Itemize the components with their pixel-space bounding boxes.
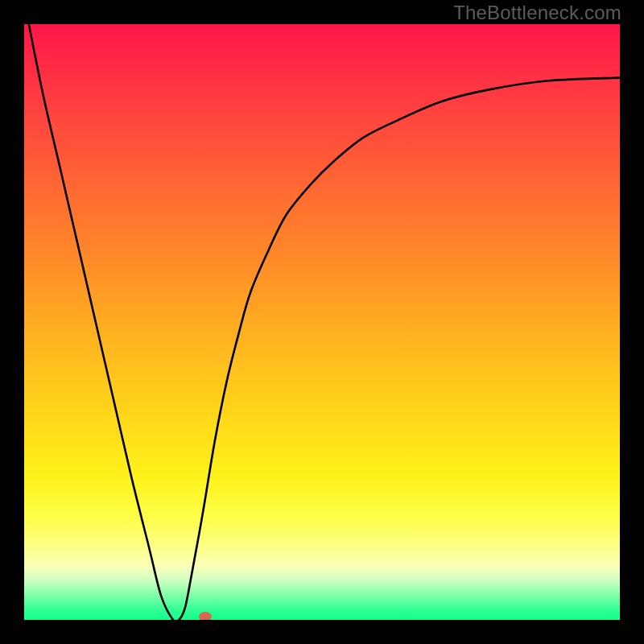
watermark-text: TheBottleneck.com (453, 2, 621, 24)
minimum-marker (199, 612, 212, 620)
chart-svg (24, 24, 620, 620)
plot-area (24, 24, 620, 620)
curve-path (24, 24, 620, 620)
